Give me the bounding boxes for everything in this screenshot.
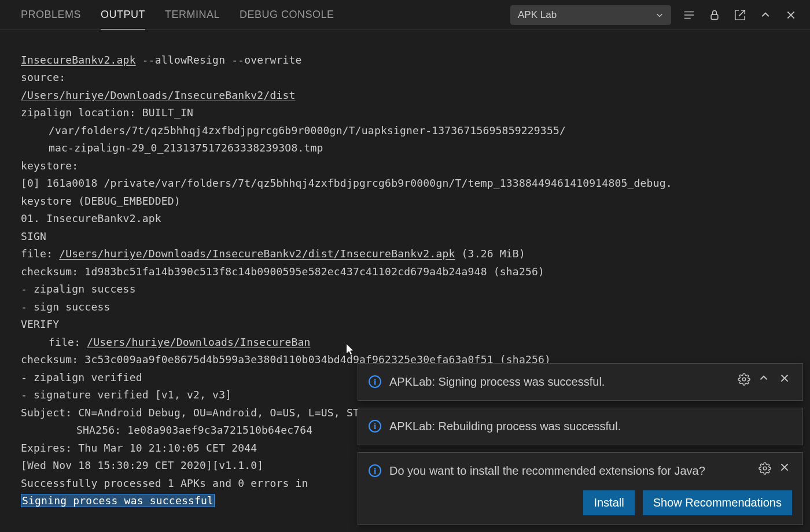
output-line: /Users/huriye/Downloads/InsecureBankv2/d…	[21, 89, 296, 101]
output-line: mac-zipalign-29_0_2131375172633382393O8.…	[21, 139, 323, 157]
dropdown-selected-label: APK Lab	[518, 9, 557, 21]
output-line: keystore (DEBUG_EMBEDDED)	[21, 195, 181, 207]
info-icon: i	[369, 375, 381, 388]
output-line-highlighted: Signing process was successful	[21, 494, 215, 507]
close-icon[interactable]	[779, 462, 792, 475]
panel-toolbar: APK Lab	[510, 5, 798, 25]
lock-scroll-icon[interactable]	[707, 8, 722, 23]
notification-stack: i APKLab: Signing process was successful…	[358, 363, 803, 525]
close-panel-icon[interactable]	[783, 8, 798, 23]
notification-message: APKLab: Rebuilding process was successfu…	[389, 418, 792, 435]
show-recommendations-button[interactable]: Show Recommendations	[643, 490, 792, 515]
output-line: [Wed Nov 18 15:30:29 CET 2020][v1.1.0]	[21, 459, 263, 471]
output-line: VERIFY	[21, 318, 59, 330]
info-icon: i	[369, 420, 381, 433]
output-line: file:	[21, 334, 87, 352]
gear-icon[interactable]	[759, 462, 771, 475]
output-line: /var/folders/7t/qz5bhhqj4zxfbdjpgrcg6b9r…	[21, 122, 566, 140]
tab-problems[interactable]: PROBLEMS	[21, 1, 81, 29]
svg-point-1	[742, 378, 746, 381]
tab-output[interactable]: OUTPUT	[101, 1, 145, 29]
open-log-file-icon[interactable]	[732, 8, 748, 23]
output-line: Successfully processed 1 APKs and 0 erro…	[21, 477, 308, 489]
notification-java-recommend: i Do you want to install the recommended…	[358, 452, 803, 525]
output-line: checksum: 1d983bc51fa14b390c513f8c14b090…	[21, 265, 544, 278]
chevron-down-icon	[656, 11, 664, 19]
install-button[interactable]: Install	[583, 490, 634, 515]
output-channel-dropdown[interactable]: APK Lab	[510, 5, 671, 25]
output-line: - zipalign success	[21, 283, 136, 295]
svg-point-2	[763, 467, 767, 470]
chevron-up-icon[interactable]	[758, 8, 773, 23]
info-icon: i	[369, 464, 381, 477]
output-line: --allowResign --overwrite	[136, 54, 302, 66]
output-line: InsecureBankv2.apk	[21, 54, 136, 66]
output-line: zipalign location: BUILT_IN	[21, 106, 193, 119]
notification-message: Do you want to install the recommended e…	[389, 462, 750, 480]
output-line: source:	[21, 71, 65, 83]
output-line: (3.26 MiB)	[455, 247, 525, 260]
output-line: keystore:	[21, 160, 78, 172]
gear-icon[interactable]	[738, 373, 750, 386]
notification-rebuilding-success: i APKLab: Rebuilding process was success…	[358, 408, 803, 445]
close-icon[interactable]	[779, 373, 792, 386]
output-line: - sign success	[21, 301, 111, 313]
tab-terminal[interactable]: TERMINAL	[165, 1, 220, 29]
output-line: SHA256: 1e08a903aef9c3a721510b64ec764	[21, 422, 312, 439]
output-line: [0] 161a0018 /private/var/folders/7t/qz5…	[21, 177, 672, 189]
notification-signing-success: i APKLab: Signing process was successful…	[358, 363, 803, 401]
output-line: - signature verified [v1, v2, v3]	[21, 389, 231, 401]
output-line: - zipalign verified	[21, 371, 142, 383]
svg-rect-0	[711, 14, 718, 19]
output-line: Expires: Thu Mar 10 21:10:05 CET 2044	[21, 442, 257, 454]
tab-debug-console[interactable]: DEBUG CONSOLE	[240, 1, 334, 29]
wrap-lines-icon[interactable]	[682, 8, 697, 23]
chevron-up-icon[interactable]	[759, 373, 771, 386]
output-line: SIGN	[21, 230, 46, 242]
output-line: /Users/huriye/Downloads/InsecureBankv2/d…	[59, 247, 455, 260]
output-line: 01. InsecureBankv2.apk	[21, 212, 161, 224]
notification-message: APKLab: Signing process was successful.	[389, 373, 730, 391]
output-line: /Users/huriye/Downloads/InsecureBan	[87, 336, 310, 348]
panel-tab-bar: PROBLEMS OUTPUT TERMINAL DEBUG CONSOLE A…	[0, 0, 810, 30]
output-line: file:	[21, 247, 59, 260]
